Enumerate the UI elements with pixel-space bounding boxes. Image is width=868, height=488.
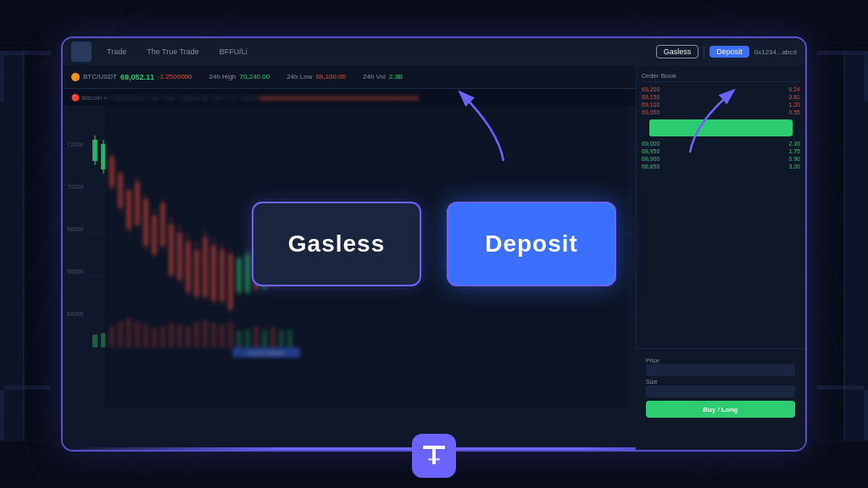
nav-deposit-button[interactable]: Deposit — [709, 46, 749, 58]
price-row: Price — [646, 358, 795, 376]
svg-rect-95 — [203, 319, 208, 347]
svg-rect-99 — [236, 330, 242, 347]
buy-size-4: 3.20 — [788, 164, 800, 169]
svg-text:64000: 64000 — [67, 311, 84, 317]
nav-item-thetruetrade: The True Trade — [142, 46, 204, 58]
svg-rect-111 — [432, 449, 436, 464]
sell-price-4: 69,050 — [642, 109, 659, 115]
sell-price-3: 69,100 — [642, 102, 659, 108]
size-label: Size — [646, 379, 795, 385]
nav-right: Gasless Deposit 0x1234...abcd — [656, 45, 797, 58]
buy-button[interactable]: Buy / Long — [646, 401, 795, 418]
svg-rect-105 — [287, 330, 292, 347]
svg-rect-82 — [92, 335, 97, 347]
sell-size-4: 0.55 — [788, 109, 800, 115]
low-label: 24h Low — [287, 73, 312, 80]
ticker-symbol: BTC/USDT — [83, 73, 117, 80]
svg-rect-84 — [109, 326, 114, 347]
trade-form: Price Size Buy / Long — [641, 354, 800, 421]
trade-form-section: Price Size Buy / Long — [636, 348, 805, 450]
ticker-low: 24h Low 68,100.00 — [287, 73, 346, 80]
svg-rect-102 — [262, 330, 267, 347]
svg-rect-92 — [177, 324, 182, 347]
sell-price-2: 69,150 — [642, 94, 659, 100]
deposit-arrow — [665, 85, 749, 164]
nav-item-trade: Trade — [102, 46, 131, 58]
sell-size-2: 0.81 — [788, 94, 800, 100]
orderbook-title: Order Book — [642, 70, 800, 82]
svg-rect-86 — [126, 318, 131, 347]
bottom-logo — [412, 434, 456, 478]
ticker-high: 24h High 70,240.00 — [209, 73, 270, 80]
platform-logo — [71, 42, 92, 62]
size-input[interactable] — [646, 385, 795, 397]
deposit-label: Deposit — [485, 230, 578, 258]
svg-rect-85 — [118, 322, 123, 347]
svg-rect-103 — [270, 327, 275, 347]
svg-text:PLACE ORDER: PLACE ORDER — [248, 351, 285, 356]
low-value: 68,100.00 — [315, 73, 346, 80]
size-row: Size — [646, 379, 795, 397]
svg-rect-112 — [428, 458, 440, 461]
high-value: 70,240.00 — [240, 73, 270, 80]
svg-text:72000: 72000 — [67, 141, 84, 147]
svg-rect-87 — [135, 322, 140, 347]
ticker-vol: 24h Vol 2.3B — [363, 73, 403, 80]
buttons-overlay: Gasless Deposit — [252, 202, 616, 286]
sell-price-1: 69,200 — [642, 86, 659, 92]
svg-rect-100 — [245, 329, 250, 347]
nav-gasless-button[interactable]: Gasless — [656, 45, 699, 58]
sell-size-1: 0.24 — [788, 86, 800, 92]
svg-rect-104 — [279, 330, 284, 347]
svg-rect-97 — [220, 324, 225, 347]
svg-rect-90 — [160, 326, 165, 347]
svg-text:66000: 66000 — [67, 269, 84, 274]
buy-size-2: 1.75 — [788, 148, 800, 154]
btc-icon — [71, 73, 80, 81]
ticker-tape-red: ■■■■■■■■■■■■■■■■■■■■■■■■■■■■■■■■■■■■■■■ — [259, 94, 418, 102]
svg-text:68000: 68000 — [67, 226, 84, 232]
sell-size-3: 1.20 — [788, 102, 800, 108]
deposit-card[interactable]: Deposit — [447, 202, 616, 286]
ticker-tape-text: 🔴 Bitcoin ● Followed by The True Trade ●… — [63, 94, 419, 102]
ticker-price: 69,052.11 — [120, 73, 154, 81]
svg-rect-96 — [211, 323, 216, 347]
buy-size-1: 2.10 — [788, 141, 800, 147]
buy-price-1: 69,000 — [642, 141, 659, 147]
price-input[interactable] — [646, 364, 795, 376]
svg-rect-88 — [143, 324, 148, 347]
svg-rect-91 — [169, 323, 174, 347]
nav-item-pair: BFFU/Li — [214, 46, 253, 58]
main-wrapper: Trade The True Trade BFFU/Li Gasless Dep… — [0, 0, 868, 488]
wallet-address: 0x1234...abcd — [754, 48, 797, 56]
monitor-frame: Trade The True Trade BFFU/Li Gasless Dep… — [61, 36, 807, 452]
svg-rect-83 — [101, 333, 106, 347]
buy-price-4: 68,850 — [642, 164, 659, 169]
gasless-arrow — [453, 85, 554, 173]
buy-size-3: 0.90 — [788, 156, 800, 162]
vol-label: 24h Vol — [363, 73, 386, 80]
svg-rect-98 — [228, 322, 233, 347]
buy-price-3: 68,900 — [642, 156, 659, 162]
svg-rect-89 — [152, 328, 157, 347]
vol-value: 2.3B — [389, 73, 403, 80]
svg-text:70000: 70000 — [67, 184, 84, 190]
trading-nav: Trade The True Trade BFFU/Li Gasless Dep… — [63, 38, 805, 65]
buy-price-2: 68,950 — [642, 148, 659, 154]
gasless-card[interactable]: Gasless — [252, 202, 421, 286]
logo-badge — [412, 434, 456, 478]
svg-rect-94 — [194, 322, 199, 347]
svg-rect-110 — [423, 446, 445, 449]
svg-rect-101 — [253, 326, 259, 347]
ticker-btc: BTC/USDT 69,052.11 -1.2500000 — [71, 73, 192, 81]
svg-rect-93 — [186, 326, 191, 347]
high-label: 24h High — [209, 73, 236, 80]
gasless-label: Gasless — [288, 230, 385, 258]
nav-divider — [704, 45, 704, 58]
price-label: Price — [646, 358, 795, 363]
ticker-change: -1.2500000 — [158, 73, 192, 80]
